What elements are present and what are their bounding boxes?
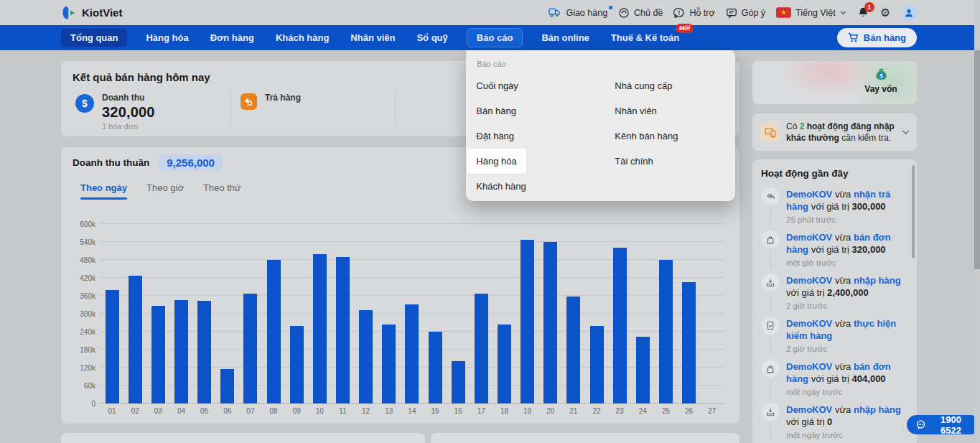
revenue-value: 320,000 xyxy=(102,104,155,121)
revenue-label: Doanh thu xyxy=(102,93,155,103)
x-tick-24: 24 xyxy=(631,407,654,415)
topbar-items: Giao hàngChủ đềHỗ trợGóp ýTiếng Việt xyxy=(549,7,846,19)
menu-item-hang-hoa[interactable]: Hàng hóa xyxy=(467,149,526,174)
bar-04 xyxy=(174,300,188,404)
nav-item-label: Hàng hóa xyxy=(146,32,188,43)
activity-segment: 2,400,000 xyxy=(827,287,869,298)
window-scrollbar-thumb[interactable] xyxy=(974,50,980,269)
menu-item-ban-hang[interactable]: Bán hàng xyxy=(467,98,526,123)
activity-item-2: DemoKOV vừa bán đơn hàng với giá trị 320… xyxy=(761,230,911,269)
gop-y-menu-item[interactable]: Góp ý xyxy=(726,7,765,19)
bar-01 xyxy=(106,290,119,404)
nav-item-ban-online[interactable]: Bán online xyxy=(538,29,592,47)
chevron-down-icon xyxy=(840,11,846,15)
x-tick-05: 05 xyxy=(193,407,216,415)
bar-08 xyxy=(267,260,281,404)
x-tick-03: 03 xyxy=(146,407,169,415)
y-tick-420k: 420k xyxy=(80,274,95,282)
user-avatar[interactable] xyxy=(901,5,917,21)
activity-body: DemoKOV vừa bán đơn hàng với giá trị 320… xyxy=(786,230,911,269)
menu-item-tai-chinh[interactable]: Tài chính xyxy=(605,149,662,174)
menu-item-nha-cung-cap[interactable]: Nhà cung cấp xyxy=(605,73,681,98)
activity-time: 2 giờ trước xyxy=(786,345,911,355)
activity-item-3: DemoKOV vừa nhập hàng với giá trị 2,400,… xyxy=(761,274,911,312)
ho-tro-menu-item[interactable]: Hỗ trợ xyxy=(673,7,714,19)
returns-metric: Trả hàng xyxy=(241,93,301,110)
tab-theo-ngày[interactable]: Theo ngày xyxy=(80,182,127,200)
alert-text: Có 2 hoạt động đăng nhập khác thường cần… xyxy=(786,121,895,144)
bar-slot-20 xyxy=(539,242,562,404)
language-menu-item[interactable]: Tiếng Việt xyxy=(776,7,846,18)
brand[interactable]: KiotViet xyxy=(61,0,122,25)
reports-dropdown: Báo cáoCuối ngàyBán hàngĐặt hàngHàng hóa… xyxy=(466,50,735,201)
activity-link[interactable]: DemoKOV xyxy=(786,275,832,286)
settings-button[interactable]: ⚙ xyxy=(880,7,890,19)
sell-button[interactable]: Bán hàng xyxy=(837,28,917,47)
x-tick-10: 10 xyxy=(308,407,331,415)
bar-slot-15 xyxy=(424,332,447,404)
activity-time: 25 phút trước xyxy=(786,215,911,225)
nav-item-label: Bán online xyxy=(541,32,589,43)
activity-link[interactable]: DemoKOV xyxy=(786,318,832,329)
activity-link[interactable]: DemoKOV xyxy=(786,361,832,372)
bottom-card-left xyxy=(61,433,425,443)
login-alert-card[interactable]: Có 2 hoạt động đăng nhập khác thường cần… xyxy=(752,113,917,151)
activity-link[interactable]: DemoKOV xyxy=(786,232,832,243)
nav-item-khach-hang[interactable]: Khách hàng xyxy=(273,29,332,47)
brand-name: KiotViet xyxy=(82,6,122,19)
bar-13 xyxy=(382,325,396,404)
nav-item-so-quy[interactable]: Sổ quỹ xyxy=(414,29,450,47)
kiotviet-dashboard: KiotViet Giao hàngChủ đềHỗ trợGóp ýTiếng… xyxy=(0,0,980,443)
menu-item-nhan-vien[interactable]: Nhân viên xyxy=(605,98,666,123)
nav-item-bao-cao[interactable]: Báo cáoBáo cáoCuối ngàyBán hàngĐặt hàngH… xyxy=(467,28,523,47)
notifications-button[interactable]: 1 xyxy=(857,6,869,19)
activity-segment: với giá trị xyxy=(786,416,827,427)
nav-item-tong-quan[interactable]: Tổng quan xyxy=(61,29,127,47)
bar-25 xyxy=(659,260,673,404)
menu-item-dat-hang[interactable]: Đặt hàng xyxy=(467,123,523,149)
nav-item-nhan-vien[interactable]: Nhân viên xyxy=(347,29,398,47)
giao-hang-label: Giao hàng xyxy=(566,8,607,18)
menu-item-cuoi-ngay[interactable]: Cuối ngày xyxy=(467,73,528,98)
bar-slot-11 xyxy=(331,257,354,404)
bar-12 xyxy=(359,310,373,404)
menu-item-kenh-ban-hang[interactable]: Kênh bán hàng xyxy=(605,123,687,149)
bar-11 xyxy=(336,257,350,404)
tab-theo-thứ[interactable]: Theo thứ xyxy=(203,182,241,200)
activity-text: DemoKOV vừa bán đơn hàng với giá trị 320… xyxy=(786,231,911,256)
y-tick-240k: 240k xyxy=(80,328,95,336)
hotline-chat-button[interactable]: 1900 6522 xyxy=(907,415,980,434)
nav-item-don-hang[interactable]: Đơn hàng xyxy=(207,29,257,47)
nav-item-hang-hoa[interactable]: Hàng hóa xyxy=(143,29,191,47)
giao-hang-menu-item[interactable]: Giao hàng xyxy=(549,7,607,18)
recent-activity-card: Hoạt động gần đây DemoKOV vừa nhận trả h… xyxy=(752,159,917,443)
y-tick-600k: 600k xyxy=(80,220,95,228)
bar-slot-18 xyxy=(493,325,515,404)
timeline-connector xyxy=(770,424,771,441)
loan-card: $ Vay vốn xyxy=(752,61,917,104)
activity-link[interactable]: DemoKOV xyxy=(786,404,832,415)
x-tick-15: 15 xyxy=(424,407,447,415)
hotline-number: 1900 6522 xyxy=(930,414,971,436)
activity-link[interactable]: nhập hàng xyxy=(854,404,901,415)
ho-tro-label: Hỗ trợ xyxy=(689,8,714,18)
bar-slot-08 xyxy=(262,260,285,404)
window-scrollbar[interactable] xyxy=(974,0,980,443)
chart-header: Doanh thu thuần 9,256,000 xyxy=(73,154,223,171)
menu-item-khach-hang[interactable]: Khách hàng xyxy=(467,174,535,199)
chevron-down-icon[interactable] xyxy=(902,130,910,135)
activity-body: DemoKOV vừa nhận trả hàng với giá trị 30… xyxy=(786,187,911,225)
x-tick-27: 27 xyxy=(701,407,724,415)
bar-slot-24 xyxy=(631,337,654,404)
activity-body: DemoKOV vừa nhập hàng với giá trị 0một n… xyxy=(786,403,911,441)
nav-item-label: Thuế & Kế toán xyxy=(611,32,679,43)
activity-scrollbar[interactable] xyxy=(912,165,915,258)
chu-de-menu-item[interactable]: Chủ đề xyxy=(618,7,663,19)
tab-theo-giờ[interactable]: Theo giờ xyxy=(146,182,184,200)
activity-link[interactable]: DemoKOV xyxy=(786,189,832,200)
nav-item-label: Tổng quan xyxy=(70,32,118,43)
activity-link[interactable]: nhập hàng xyxy=(854,275,901,286)
loan-link[interactable]: $ Vay vốn xyxy=(859,67,903,94)
nav-item-thue-ke-toan[interactable]: Thuế & Kế toánMới xyxy=(608,29,682,47)
bar-slot-04 xyxy=(169,300,192,404)
